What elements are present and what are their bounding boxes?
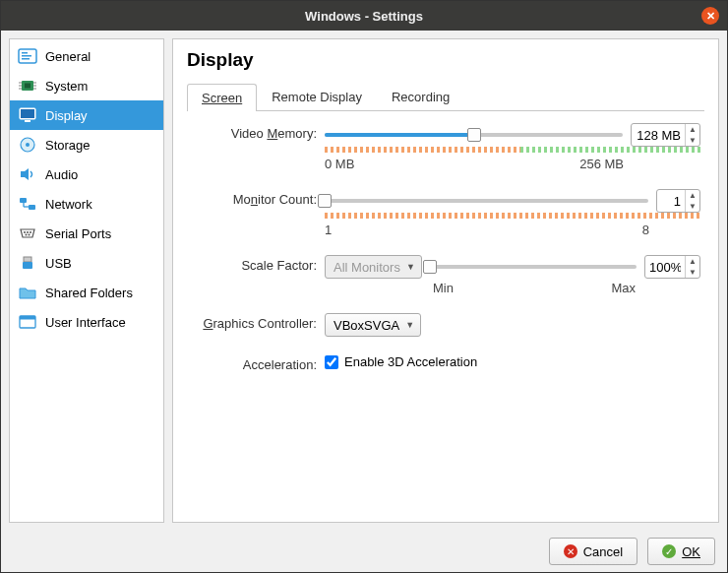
general-icon [18, 47, 37, 65]
row-video-memory: Video Memory: ▲▼ [191, 123, 700, 171]
sidebar-item-label: User Interface [45, 315, 126, 330]
video-memory-min: 0 MB [325, 157, 354, 171]
usb-icon [18, 254, 37, 272]
serial-icon [18, 224, 37, 242]
row-graphics-controller: Graphics Controller: VBoxSVGA ▼ [191, 313, 700, 337]
ok-button[interactable]: ✓ OK [647, 538, 715, 565]
label-monitor-count: Monitor Count: [191, 189, 317, 207]
sidebar-item-label: Shared Folders [45, 286, 133, 300]
sidebar-item-general[interactable]: General [10, 41, 163, 71]
sidebar-item-label: Display [45, 108, 88, 123]
svg-point-24 [26, 234, 28, 236]
main-panel: Display Screen Remote Display Recording … [172, 38, 719, 523]
sidebar-item-user-interface[interactable]: User Interface [10, 307, 163, 337]
monitor-count-spin[interactable]: ▲▼ [656, 189, 700, 213]
video-memory-slider[interactable] [325, 125, 623, 145]
label-graphics-controller: Graphics Controller: [191, 313, 317, 331]
row-scale-factor: Scale Factor: All Monitors ▼ [191, 255, 700, 295]
sidebar-item-label: Serial Ports [45, 226, 111, 241]
spin-down-icon[interactable]: ▼ [686, 267, 699, 278]
sidebar-item-label: USB [45, 256, 72, 271]
chevron-down-icon: ▼ [405, 320, 414, 330]
sidebar-item-label: General [45, 49, 91, 64]
screen-form: Video Memory: ▲▼ [187, 111, 704, 376]
cancel-icon: ✕ [564, 544, 577, 558]
svg-rect-2 [22, 55, 31, 57]
sidebar-item-network[interactable]: Network [10, 189, 163, 219]
video-memory-input[interactable] [632, 128, 685, 143]
svg-rect-17 [20, 198, 27, 203]
ok-icon: ✓ [662, 544, 676, 558]
sidebar-item-serial-ports[interactable]: Serial Ports [10, 219, 163, 248]
label-scale-factor: Scale Factor: [191, 255, 317, 273]
row-acceleration: Acceleration: Enable 3D Acceleration [191, 354, 700, 372]
spin-down-icon[interactable]: ▼ [686, 201, 699, 212]
scale-min: Min [433, 281, 454, 295]
svg-point-25 [29, 234, 30, 236]
spin-up-icon[interactable]: ▲ [686, 190, 699, 201]
page-title: Display [187, 49, 704, 73]
ui-icon [18, 313, 37, 331]
svg-point-22 [27, 231, 29, 233]
sidebar-item-label: System [45, 79, 88, 94]
svg-point-21 [24, 231, 26, 233]
checkbox-label: Enable 3D Acceleration [344, 354, 477, 369]
enable-3d-checkbox[interactable]: Enable 3D Acceleration [325, 354, 477, 369]
window-title: Windows - Settings [305, 9, 423, 24]
monitor-count-slider[interactable] [325, 191, 648, 211]
label-acceleration: Acceleration: [191, 354, 317, 372]
monitor-count-max: 8 [642, 223, 649, 237]
close-icon[interactable]: ✕ [701, 7, 719, 25]
svg-rect-3 [22, 58, 30, 60]
dialog-footer: ✕ Cancel ✓ OK [1, 531, 727, 572]
tabs: Screen Remote Display Recording [187, 83, 704, 111]
speaker-icon [18, 165, 37, 183]
checkbox-input[interactable] [325, 355, 338, 369]
scale-monitor-select[interactable]: All Monitors ▼ [325, 255, 422, 279]
monitor-count-input[interactable] [657, 194, 685, 209]
disk-icon [18, 136, 37, 154]
scale-max: Max [611, 281, 636, 295]
sidebar-item-system[interactable]: System [10, 71, 163, 100]
sidebar-categories: General System Display Storage [9, 38, 164, 523]
svg-rect-26 [24, 257, 31, 262]
sidebar-item-storage[interactable]: Storage [10, 130, 163, 159]
cancel-button[interactable]: ✕ Cancel [549, 538, 637, 565]
sidebar-item-audio[interactable]: Audio [10, 159, 163, 189]
network-icon [18, 195, 37, 213]
svg-rect-14 [25, 120, 30, 122]
video-memory-spin[interactable]: ▲▼ [631, 123, 700, 147]
sidebar-item-usb[interactable]: USB [10, 248, 163, 278]
chevron-down-icon: ▼ [406, 262, 415, 272]
graphics-controller-select[interactable]: VBoxSVGA ▼ [325, 313, 421, 337]
monitor-count-min: 1 [325, 223, 332, 237]
monitor-icon [18, 106, 37, 124]
video-memory-max: 256 MB [579, 157, 624, 171]
titlebar: Windows - Settings ✕ [1, 1, 727, 31]
sidebar-item-label: Audio [45, 167, 78, 182]
scale-factor-slider[interactable] [430, 257, 637, 277]
label-video-memory: Video Memory: [191, 123, 317, 141]
tab-screen[interactable]: Screen [187, 84, 257, 111]
settings-window: Windows - Settings ✕ General System [0, 0, 728, 573]
tab-remote-display[interactable]: Remote Display [257, 83, 377, 110]
svg-point-23 [30, 231, 31, 233]
spin-up-icon[interactable]: ▲ [686, 256, 699, 267]
svg-rect-13 [21, 109, 34, 118]
svg-rect-1 [22, 52, 28, 54]
row-monitor-count: Monitor Count: ▲▼ [191, 189, 700, 237]
sidebar-item-shared-folders[interactable]: Shared Folders [10, 278, 163, 307]
svg-point-16 [26, 143, 30, 147]
spin-up-icon[interactable]: ▲ [686, 124, 699, 135]
spin-down-icon[interactable]: ▼ [686, 135, 699, 146]
window-body: General System Display Storage [1, 31, 727, 531]
folder-icon [18, 284, 37, 301]
svg-rect-5 [25, 84, 30, 89]
scale-factor-spin[interactable]: ▲▼ [644, 255, 700, 279]
chip-icon [18, 77, 37, 95]
svg-rect-29 [20, 316, 35, 320]
svg-rect-27 [23, 262, 32, 269]
sidebar-item-display[interactable]: Display [10, 100, 163, 130]
tab-recording[interactable]: Recording [377, 83, 464, 110]
scale-factor-input[interactable] [645, 260, 685, 275]
